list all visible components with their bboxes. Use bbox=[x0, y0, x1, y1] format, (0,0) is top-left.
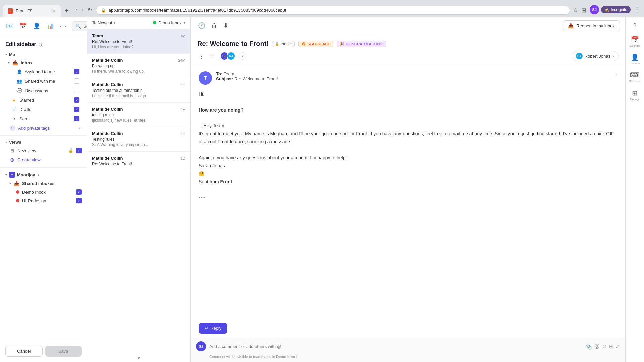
forward-button[interactable]: › bbox=[80, 5, 85, 15]
ui-redesign-checkbox[interactable]: ✓ bbox=[76, 198, 82, 203]
inbox-badge-lock-icon: 🔒 bbox=[275, 42, 279, 46]
message-time-3: 4H bbox=[181, 83, 185, 87]
add-plus-icon: + bbox=[78, 125, 82, 131]
email-content-area: T To: Team Subject: Re: Welcome to Front… bbox=[191, 66, 625, 338]
browser-tab-active[interactable]: F Front (3) × bbox=[3, 5, 61, 17]
message-item-3[interactable]: Mathilde Collin 4H Testing out the autom… bbox=[87, 78, 190, 103]
shortcuts-label: Shortcuts bbox=[629, 80, 641, 83]
trash-button[interactable]: 🗑 bbox=[209, 20, 219, 32]
sort-button[interactable]: ⇅ Newest ▾ bbox=[92, 20, 115, 25]
moodjoy-header[interactable]: ▾ M Moodjoy ▴ bbox=[0, 170, 87, 179]
message-sender-3: Mathilde Collin bbox=[92, 82, 123, 87]
reply-label: Reply bbox=[210, 326, 221, 331]
address-bar[interactable]: 🔒 app.frontapp.com/inboxes/teammates/156… bbox=[96, 6, 570, 15]
message-subject-2: Follwoing up bbox=[92, 64, 185, 68]
email-body-dots: ••• bbox=[199, 194, 617, 202]
archive-button[interactable]: ⬇ bbox=[221, 20, 230, 32]
extension-button[interactable]: ⊞ bbox=[581, 6, 587, 15]
inbox-nav-icon[interactable]: 📧 bbox=[4, 20, 15, 32]
comment-input[interactable] bbox=[209, 344, 582, 349]
message-item-5[interactable]: Mathilde Collin 4H Testing rules SLA War… bbox=[87, 127, 190, 152]
sidebar-item-starred[interactable]: ★ Starred ✓ bbox=[2, 96, 85, 104]
sidebar-item-shared[interactable]: 👥 Shared with me bbox=[2, 77, 85, 85]
inbox-item-demo[interactable]: Demo Inbox ✓ bbox=[0, 188, 87, 196]
reply-button[interactable]: ↩ Reply bbox=[199, 323, 227, 334]
reply-section: ↩ Reply bbox=[191, 319, 625, 338]
subject-value: Re: Welcome to Front! bbox=[234, 76, 278, 81]
contacts-nav-icon[interactable]: 👤 bbox=[31, 20, 42, 32]
create-view-item[interactable]: ⊕ Create view bbox=[0, 155, 87, 165]
to-value: Team bbox=[224, 71, 234, 76]
demo-inbox-checkbox[interactable]: ✓ bbox=[76, 189, 82, 195]
table-button[interactable]: ⊞ bbox=[609, 343, 613, 350]
snooze-button[interactable]: 🕐 bbox=[196, 20, 207, 32]
starred-checkbox[interactable]: ✓ bbox=[74, 97, 79, 103]
email-star-button[interactable]: ☆ bbox=[209, 52, 215, 60]
reopen-button[interactable]: 📥 Reopen in my inbox bbox=[563, 20, 620, 31]
message-time-1: 1M bbox=[180, 34, 185, 38]
tab-close-button[interactable]: × bbox=[51, 8, 56, 14]
user-avatar-browser[interactable]: SJ bbox=[590, 5, 599, 14]
inbox-selector-button[interactable]: Demo Inbox ▾ bbox=[153, 20, 185, 25]
more-nav-icon[interactable]: ⋯ bbox=[58, 20, 68, 32]
message-item-4[interactable]: Mathilde Collin 4H testing rules fjlksda… bbox=[87, 103, 190, 127]
sidebar-title-row: Edit sidebar i bbox=[0, 36, 87, 51]
cancel-button[interactable]: Cancel bbox=[5, 346, 43, 357]
views-section-header[interactable]: ▾ Views bbox=[0, 138, 87, 146]
inbox-parent-item[interactable]: ▾ 📥 Inbox bbox=[0, 58, 87, 67]
right-panel-help-button[interactable]: ? bbox=[626, 19, 644, 32]
inbox-item-ui-redesign[interactable]: UI Redesign ✓ bbox=[0, 196, 87, 205]
email-body-question: How are you doing? bbox=[199, 106, 617, 114]
bookmark-button[interactable]: ☆ bbox=[572, 6, 579, 15]
message-preview-4: fjlksdalkfdjsj new rules let 'see bbox=[92, 118, 185, 123]
refresh-button[interactable]: ↻ bbox=[86, 5, 93, 14]
mention-button[interactable]: @ bbox=[594, 343, 599, 349]
email-meta-row: ⋮ ☆ SJ RJ ▾ RJ Robert Jonas ▾ bbox=[197, 51, 619, 61]
new-tab-button[interactable]: + bbox=[62, 5, 71, 17]
assignee-button[interactable]: RJ Robert Jonas ▾ bbox=[572, 51, 619, 61]
drafts-checkbox[interactable]: ✓ bbox=[74, 107, 79, 112]
me-section-header[interactable]: ▾ Me bbox=[0, 51, 87, 58]
save-button[interactable]: Save bbox=[45, 346, 82, 357]
attachment-button[interactable]: 📎 bbox=[585, 343, 592, 350]
incognito-button[interactable]: 🕵 Incognito bbox=[601, 6, 631, 13]
back-button[interactable]: ‹ bbox=[74, 5, 79, 15]
sort-chevron-icon: ▾ bbox=[114, 21, 115, 25]
message-item-1[interactable]: Team 1M Re: Welcome to Front! Hi, How ar… bbox=[87, 29, 190, 54]
discussions-checkbox[interactable] bbox=[74, 88, 79, 93]
new-view-checkbox[interactable]: ✓ bbox=[76, 148, 82, 153]
browser-more-button[interactable]: ⋮ bbox=[633, 5, 641, 15]
shared-inboxes-item[interactable]: ▾ 📥 Shared inboxes bbox=[0, 179, 87, 188]
right-panel-calendar-button[interactable]: 📅 Calendar bbox=[626, 33, 644, 50]
search-bar[interactable]: 🔍 ⚙ bbox=[72, 21, 87, 31]
add-private-tags-item[interactable]: 🏷 Add private tags + bbox=[0, 123, 87, 133]
comment-note-inbox: Demo Inbox bbox=[276, 355, 297, 359]
email-body-name: Sarah Jonas bbox=[199, 162, 617, 170]
email-more-button[interactable]: ⋮ bbox=[197, 51, 205, 61]
sla-fire-icon: 🔥 bbox=[301, 42, 306, 46]
sidebar-item-assigned[interactable]: 👤 Assigned to me ✓ bbox=[2, 67, 85, 76]
sidebar-item-discussions[interactable]: 💬 Discussions bbox=[2, 86, 85, 95]
expand-comment-button[interactable]: ⤢ bbox=[615, 343, 620, 350]
right-panel-manage-button[interactable]: ⊞ Manage bbox=[626, 86, 644, 103]
sidebar-item-sent[interactable]: ✈ Sent ✓ bbox=[2, 114, 85, 123]
sidebar-item-drafts[interactable]: 📄 Drafts ✓ bbox=[2, 105, 85, 114]
left-sidebar: 📧 📅 👤 📊 ⋯ 🔍 ⚙ 💎 Upgrade ? ⚙ SJ Edit side… bbox=[0, 17, 87, 362]
meta-avatars: SJ RJ bbox=[220, 52, 235, 60]
app-icons-row: 📧 📅 👤 📊 ⋯ 🔍 ⚙ 💎 Upgrade ? ⚙ SJ bbox=[0, 17, 87, 36]
search-input[interactable] bbox=[83, 24, 87, 29]
manage-label: Manage bbox=[630, 98, 640, 101]
message-item-2[interactable]: Mathilde Collin 24M Follwoing up Hi ther… bbox=[87, 54, 190, 78]
sidebar-item-new-view[interactable]: ⊞ New view 🔒 ✓ bbox=[0, 146, 87, 155]
shared-checkbox[interactable] bbox=[74, 78, 79, 84]
expand-avatars-button[interactable]: ▾ bbox=[239, 52, 246, 60]
analytics-nav-icon[interactable]: 📊 bbox=[44, 20, 56, 32]
congrats-badge-label: CONGRATULATIONS! bbox=[346, 42, 383, 46]
message-item-6[interactable]: Mathilde Collin 1D Re: Welcome to Front! bbox=[87, 152, 190, 171]
right-panel-contacts-button[interactable]: 👤 Contacts bbox=[626, 51, 644, 68]
assigned-checkbox[interactable]: ✓ bbox=[74, 69, 79, 74]
right-panel-shortcuts-button[interactable]: ⌨ Shortcuts bbox=[626, 68, 644, 85]
emoji-button[interactable]: ☺ bbox=[602, 343, 607, 349]
calendar-nav-icon[interactable]: 📅 bbox=[17, 20, 29, 32]
sent-checkbox[interactable]: ✓ bbox=[74, 116, 79, 121]
